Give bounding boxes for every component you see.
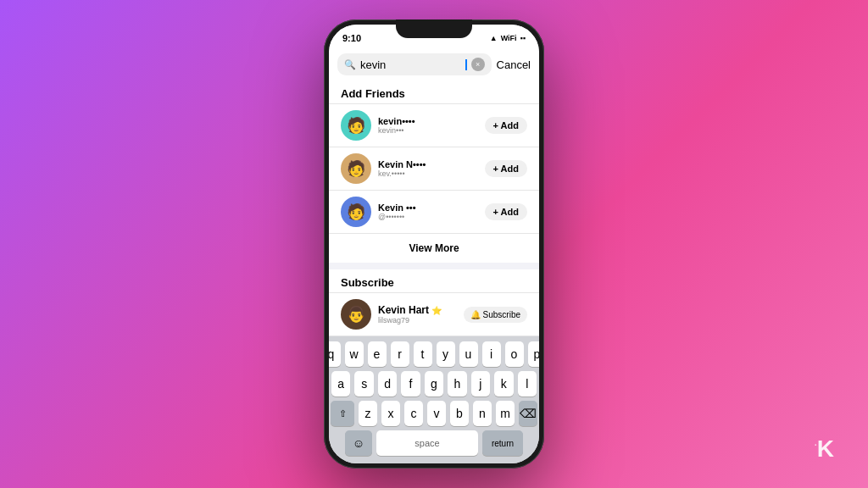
key-g[interactable]: g (425, 371, 443, 396)
add-friend-button[interactable]: + Add (485, 160, 527, 177)
phone-frame: 9:10 ▲ WiFi ▪▪ 🔍 kevin × Cancel Add Frie… (324, 19, 544, 469)
key-e[interactable]: e (368, 341, 387, 367)
key-u[interactable]: u (459, 341, 478, 367)
friend-row: 🧑 Kevin N•••• kev.••••• + Add (329, 147, 539, 190)
subscribe-row: 👨 Kevin Hart ⭐ lilswag79 🔔 Subscribe (329, 292, 539, 336)
key-a[interactable]: a (331, 371, 350, 396)
subscriber-info: Kevin Hart ⭐ lilswag79 (378, 304, 457, 324)
avatar: 🧑 (341, 153, 371, 184)
key-k[interactable]: k (494, 371, 513, 396)
watermark: ·K (815, 435, 834, 463)
keyboard-row-4: ☺ space return (331, 430, 537, 456)
key-p[interactable]: p (528, 341, 540, 367)
key-f[interactable]: f (401, 371, 420, 396)
key-h[interactable]: h (448, 371, 466, 396)
subscriber-username: lilswag79 (378, 316, 457, 324)
phone-screen: 9:10 ▲ WiFi ▪▪ 🔍 kevin × Cancel Add Frie… (329, 25, 539, 463)
phone-notch (396, 19, 472, 38)
key-q[interactable]: q (329, 341, 341, 367)
key-t[interactable]: t (414, 341, 432, 367)
key-x[interactable]: x (381, 401, 400, 426)
key-i[interactable]: i (482, 341, 501, 367)
key-s[interactable]: s (354, 371, 373, 396)
scroll-content: Add Friends 🧑 kevin•••• kevin••• + Add 🧑… (329, 80, 539, 336)
keyboard: q w e r t y u i o p a s d f g h j k (329, 336, 539, 463)
key-j[interactable]: j (471, 371, 490, 396)
status-time: 9:10 (342, 33, 361, 43)
key-v[interactable]: v (427, 401, 446, 426)
subscribe-title: Subscribe (329, 269, 539, 292)
return-key[interactable]: return (482, 430, 523, 456)
battery-icon: ▪▪ (520, 34, 526, 42)
friend-username: kevin••• (378, 126, 478, 135)
subscribe-label: Subscribe (483, 310, 520, 319)
add-friends-section: Add Friends 🧑 kevin•••• kevin••• + Add 🧑… (329, 80, 539, 263)
friend-username: kev.••••• (378, 169, 478, 178)
delete-key[interactable]: ⌫ (519, 401, 537, 426)
status-icons: ▲ WiFi ▪▪ (490, 34, 526, 42)
friend-row: 🧑 kevin•••• kevin••• + Add (329, 103, 539, 147)
search-query: kevin (360, 58, 461, 71)
friend-info: Kevin N•••• kev.••••• (378, 159, 478, 178)
keyboard-row-2: a s d f g h j k l (331, 371, 537, 396)
key-b[interactable]: b (450, 401, 469, 426)
key-y[interactable]: y (437, 341, 455, 367)
keyboard-row-1: q w e r t y u i o p (331, 341, 537, 367)
subscribe-icon: 🔔 (470, 310, 481, 319)
key-m[interactable]: m (496, 401, 515, 426)
add-friends-title: Add Friends (329, 80, 539, 103)
key-r[interactable]: r (391, 341, 409, 367)
search-cursor (465, 59, 467, 70)
avatar: 🧑 (341, 197, 371, 227)
subscriber-name: Kevin Hart ⭐ (378, 304, 457, 316)
add-friend-button[interactable]: + Add (485, 117, 527, 134)
friend-name: Kevin N•••• (378, 159, 478, 169)
subscribe-button[interactable]: 🔔 Subscribe (464, 307, 527, 323)
view-more-button[interactable]: View More (329, 233, 539, 263)
key-w[interactable]: w (345, 341, 364, 367)
keyboard-row-3: ⇧ z x c v b n m ⌫ (331, 401, 537, 426)
search-cancel-button[interactable]: Cancel (497, 58, 531, 71)
add-friend-button[interactable]: + Add (485, 203, 527, 220)
friend-info: Kevin ••• @••••••• (378, 202, 478, 221)
friend-row: 🧑 Kevin ••• @••••••• + Add (329, 190, 539, 233)
friend-info: kevin•••• kevin••• (378, 116, 478, 135)
key-o[interactable]: o (505, 341, 524, 367)
avatar: 👨 (341, 299, 371, 330)
subscribe-section: Subscribe 👨 Kevin Hart ⭐ lilswag79 🔔 Sub… (329, 269, 539, 336)
shift-key[interactable]: ⇧ (331, 401, 354, 426)
emoji-key[interactable]: ☺ (345, 430, 372, 456)
search-clear-button[interactable]: × (471, 58, 485, 71)
wifi-icon: WiFi (501, 34, 517, 42)
key-n[interactable]: n (473, 401, 492, 426)
friend-name: kevin•••• (378, 116, 478, 126)
key-z[interactable]: z (359, 401, 377, 426)
verified-emoji: ⭐ (431, 306, 442, 315)
search-icon: 🔍 (344, 59, 356, 70)
key-d[interactable]: d (378, 371, 397, 396)
signal-icon: ▲ (490, 34, 498, 42)
avatar: 🧑 (341, 110, 371, 141)
friend-username: @••••••• (378, 213, 478, 221)
search-input-wrap[interactable]: 🔍 kevin × (337, 53, 492, 75)
search-bar: 🔍 kevin × Cancel (329, 48, 539, 80)
key-c[interactable]: c (404, 401, 423, 426)
key-l[interactable]: l (518, 371, 537, 396)
friend-name: Kevin ••• (378, 202, 478, 213)
space-key[interactable]: space (376, 430, 478, 456)
